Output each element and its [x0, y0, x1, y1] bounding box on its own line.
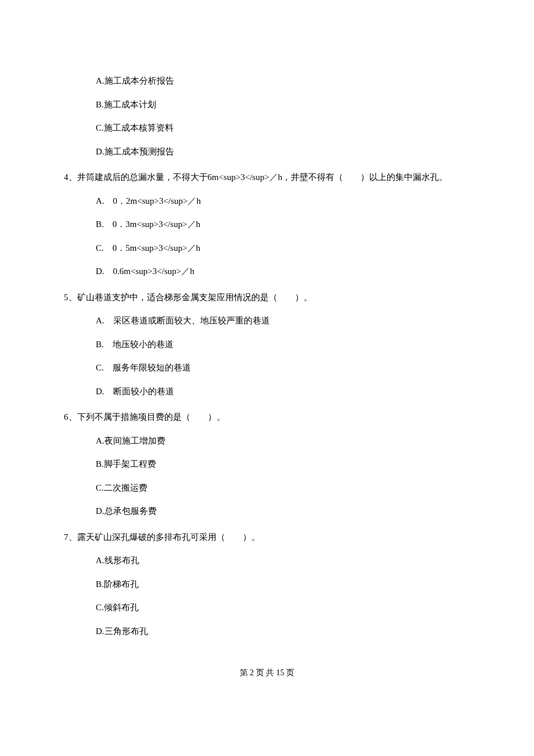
- q5-option-d: D. 断面较小的巷道: [64, 385, 470, 398]
- q3-option-b: B.施工成本计划: [64, 98, 470, 111]
- q4-option-d: D. 0.6m<sup>3</sup>／h: [64, 265, 470, 278]
- q6-option-a: A.夜间施工增加费: [64, 434, 470, 448]
- q5-option-a: A. 采区巷道或断面较大、地压较严重的巷道: [64, 314, 470, 327]
- q3-option-a: A.施工成本分析报告: [64, 74, 470, 88]
- q4-option-b: B. 0．3m<sup>3</sup>／h: [64, 218, 470, 231]
- q7-option-a: A.线形布孔: [64, 554, 470, 567]
- q6-option-d: D.总承包服务费: [64, 505, 470, 518]
- q4-option-c: C. 0．5m<sup>3</sup>／h: [64, 242, 470, 255]
- q5-option-b: B. 地压较小的巷道: [64, 338, 470, 351]
- question-4: 4、井筒建成后的总漏水量，不得大于6m<sup>3</sup>／h，井壁不得有（…: [64, 171, 470, 184]
- question-7: 7、露天矿山深孔爆破的多排布孔可采用（ ）。: [64, 531, 470, 544]
- q7-option-c: C.倾斜布孔: [64, 601, 470, 614]
- q6-option-c: C.二次搬运费: [64, 481, 470, 495]
- q3-option-c: C.施工成本核算资料: [64, 121, 470, 135]
- page-content: A.施工成本分析报告 B.施工成本计划 C.施工成本核算资料 D.施工成本预测报…: [0, 0, 534, 702]
- q3-option-d: D.施工成本预测报告: [64, 145, 470, 159]
- q5-option-c: C. 服务年限较短的巷道: [64, 361, 470, 375]
- q7-option-d: D.三角形布孔: [64, 625, 470, 638]
- q6-option-b: B.脚手架工程费: [64, 458, 470, 471]
- q7-option-b: B.阶梯布孔: [64, 578, 470, 591]
- question-6: 6、下列不属于措施项目费的是（ ）。: [64, 411, 470, 424]
- q4-option-a: A. 0．2m<sup>3</sup>／h: [64, 195, 470, 208]
- question-5: 5、矿山巷道支护中，适合梯形金属支架应用情况的是（ ）。: [64, 291, 470, 304]
- page-footer: 第 2 页 共 15 页: [64, 667, 470, 679]
